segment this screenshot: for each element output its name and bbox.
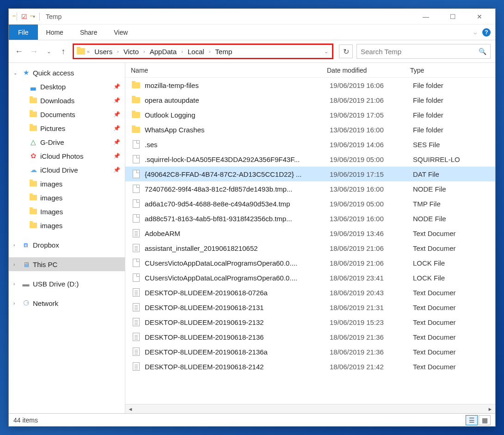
expand-icon[interactable]: › bbox=[13, 262, 15, 267]
breadcrumb-appdata[interactable]: AppData bbox=[147, 48, 179, 56]
file-date: 18/06/2019 21:36 bbox=[330, 333, 413, 341]
column-type[interactable]: Type bbox=[410, 67, 495, 74]
file-row[interactable]: CUsersVictoAppDataLocalProgramsOpera60.0… bbox=[125, 270, 495, 285]
file-row[interactable]: DESKTOP-8LUDEEM-20190618-0726a18/06/2019… bbox=[125, 285, 495, 300]
sidebar-item[interactable]: ▃Desktop📌 bbox=[9, 80, 125, 93]
sidebar-item[interactable]: images bbox=[9, 218, 125, 232]
folder-icon bbox=[131, 80, 141, 90]
close-button[interactable]: ✕ bbox=[470, 10, 489, 23]
text-file-icon bbox=[131, 243, 141, 253]
sidebar-item[interactable]: images bbox=[9, 191, 125, 205]
sidebar-item[interactable]: images bbox=[9, 177, 125, 191]
pin-icon: 📌 bbox=[113, 167, 120, 173]
address-dropdown-icon[interactable]: ⌄ bbox=[323, 49, 329, 55]
refresh-button[interactable]: ↻ bbox=[339, 44, 353, 58]
breadcrumb-temp[interactable]: Temp bbox=[212, 48, 235, 56]
sidebar-item[interactable]: ✿iCloud Photos📌 bbox=[9, 149, 125, 163]
file-row[interactable]: .ses19/06/2019 14:06SES File bbox=[125, 137, 495, 152]
sidebar-item[interactable]: ☁iCloud Drive📌 bbox=[9, 163, 125, 177]
file-type: File folder bbox=[413, 96, 495, 104]
icons-view-button[interactable]: ▦ bbox=[479, 415, 491, 425]
sidebar-this-pc[interactable]: › 🖥 This PC bbox=[9, 257, 125, 271]
search-input[interactable] bbox=[361, 48, 479, 56]
file-row[interactable]: DESKTOP-8LUDEEM-20190618-213118/06/2019 … bbox=[125, 300, 495, 315]
horizontal-scrollbar[interactable]: ◄ ► bbox=[125, 404, 495, 413]
sidebar-dropbox[interactable]: › ⧈ Dropbox bbox=[9, 238, 125, 252]
file-name: DESKTOP-8LUDEEM-20190618-2136a bbox=[145, 348, 330, 356]
file-row[interactable]: WhatsApp Crashes13/06/2019 16:00File fol… bbox=[125, 122, 495, 137]
sidebar-item[interactable]: Pictures📌 bbox=[9, 121, 125, 135]
address-bar[interactable]: « Users › Victo › AppData › Local › Temp… bbox=[73, 44, 333, 59]
divider bbox=[39, 12, 40, 21]
expand-icon[interactable]: › bbox=[13, 281, 15, 286]
desktop-icon: ▃ bbox=[29, 82, 37, 91]
file-row[interactable]: 72407662-99f4-48a3-81c2-fd857de1493b.tmp… bbox=[125, 181, 495, 196]
chevron-right-icon[interactable]: › bbox=[208, 49, 212, 54]
minimize-button[interactable]: — bbox=[417, 10, 435, 23]
search-box[interactable]: 🔍 bbox=[356, 44, 491, 59]
help-icon[interactable]: ? bbox=[482, 28, 491, 37]
column-date[interactable]: Date modified bbox=[327, 67, 410, 74]
file-date: 19/06/2019 16:06 bbox=[330, 81, 413, 89]
file-row[interactable]: DESKTOP-8LUDEEM-20190618-213618/06/2019 … bbox=[125, 329, 495, 344]
back-button[interactable]: ← bbox=[13, 46, 25, 57]
sidebar-item[interactable]: △G-Drive📌 bbox=[9, 135, 125, 149]
scroll-right-icon[interactable]: ► bbox=[486, 406, 494, 412]
sidebar-network[interactable]: › ⚆ Network bbox=[9, 296, 125, 310]
chevron-right-icon[interactable]: › bbox=[116, 49, 120, 54]
file-row[interactable]: opera autoupdate18/06/2019 21:06File fol… bbox=[125, 93, 495, 107]
details-view-button[interactable]: ☰ bbox=[466, 415, 478, 425]
text-file-icon bbox=[131, 287, 141, 298]
file-row[interactable]: assistant_installer_2019061821065218/06/… bbox=[125, 241, 495, 255]
tab-share[interactable]: Share bbox=[72, 25, 105, 40]
expand-icon[interactable]: › bbox=[13, 242, 15, 248]
expand-icon[interactable]: › bbox=[13, 301, 15, 306]
main-area: ⌄ ★ Quick access ▃Desktop📌Downloads📌Docu… bbox=[9, 62, 495, 413]
file-date: 18/06/2019 21:06 bbox=[330, 244, 413, 252]
chevron-right-icon[interactable]: › bbox=[180, 49, 184, 54]
tab-home[interactable]: Home bbox=[38, 25, 72, 40]
file-row[interactable]: .squirrel-lock-D4A505FE43DDA292A356F9F43… bbox=[125, 152, 495, 167]
properties-icon[interactable]: ☑ bbox=[21, 13, 27, 20]
forward-button[interactable]: → bbox=[28, 46, 39, 57]
file-row[interactable]: CUsersVictoAppDataLocalProgramsOpera60.0… bbox=[125, 255, 495, 270]
sidebar-item[interactable]: Images bbox=[9, 205, 125, 218]
file-row[interactable]: Outlook Logging19/06/2019 17:05File fold… bbox=[125, 107, 495, 122]
scroll-left-icon[interactable]: ◄ bbox=[126, 406, 135, 412]
sidebar-item-label: Downloads bbox=[40, 97, 74, 105]
file-row[interactable]: ad88c571-8163-4ab5-bf81-9318f42356cb.tmp… bbox=[125, 211, 495, 226]
breadcrumb-local[interactable]: Local bbox=[185, 48, 207, 56]
sidebar-usb-drive[interactable]: › ▬ USB Drive (D:) bbox=[9, 277, 125, 291]
file-type: Text Documer bbox=[413, 333, 495, 341]
search-icon[interactable]: 🔍 bbox=[479, 48, 486, 55]
ribbon-collapse-icon[interactable]: ⌵ bbox=[473, 29, 477, 36]
file-row[interactable]: mozilla-temp-files19/06/2019 16:06File f… bbox=[125, 78, 495, 93]
icloud-photos-icon: ✿ bbox=[29, 152, 37, 160]
sidebar-quick-access[interactable]: ⌄ ★ Quick access bbox=[9, 66, 125, 80]
expand-icon[interactable]: ⌄ bbox=[13, 70, 17, 75]
file-row[interactable]: {490642C8-FFAD-4B74-87C2-AD13C5CC1D22} .… bbox=[125, 167, 495, 181]
window-controls: — ☐ ✕ bbox=[417, 10, 492, 23]
up-button[interactable]: ↑ bbox=[58, 46, 69, 57]
file-row[interactable]: DESKTOP-8LUDEEM-20190619-213219/06/2019 … bbox=[125, 315, 495, 329]
file-name: WhatsApp Crashes bbox=[145, 126, 330, 134]
breadcrumb-users[interactable]: Users bbox=[92, 48, 115, 56]
sidebar-item[interactable]: Downloads📌 bbox=[9, 93, 125, 107]
sidebar-item[interactable]: Documents📌 bbox=[9, 107, 125, 121]
tab-view[interactable]: View bbox=[105, 25, 136, 40]
file-row[interactable]: DESKTOP-8LUDEEM-20190618-2136a18/06/2019… bbox=[125, 344, 495, 359]
recent-dropdown-icon[interactable]: ⌄ bbox=[43, 46, 54, 57]
file-row[interactable]: AdobeARM19/06/2019 13:46Text Documer bbox=[125, 226, 495, 241]
breadcrumb-victo[interactable]: Victo bbox=[121, 48, 141, 56]
breadcrumb-overflow-icon[interactable]: « bbox=[86, 49, 91, 54]
text-file-icon bbox=[131, 347, 141, 357]
status-bar: 44 items ☰ ▦ bbox=[9, 413, 495, 426]
column-name[interactable]: Name bbox=[128, 67, 327, 74]
file-row[interactable]: DESKTOP-8LUDEEM-20190618-214218/06/2019 … bbox=[125, 359, 495, 374]
tab-file[interactable]: File bbox=[9, 25, 38, 40]
maximize-button[interactable]: ☐ bbox=[443, 10, 462, 23]
file-icon bbox=[131, 199, 141, 209]
sidebar-item-label: images bbox=[40, 194, 62, 202]
file-row[interactable]: ad6a1c70-9d54-4688-8e8e-c494a90d53e4.tmp… bbox=[125, 196, 495, 211]
chevron-right-icon[interactable]: › bbox=[142, 49, 146, 54]
